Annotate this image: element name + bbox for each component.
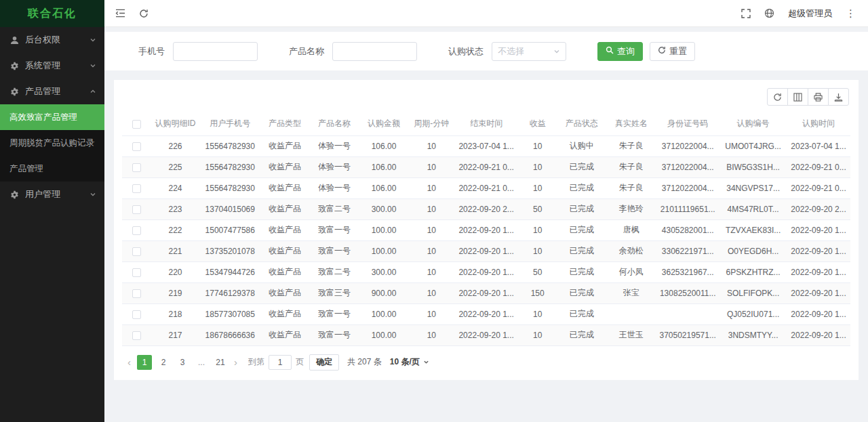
page-button[interactable]: 3: [175, 355, 190, 370]
table-cell: 300.00: [359, 261, 409, 282]
export-download-icon[interactable]: [828, 88, 849, 106]
sidebar: 联合石化 后台权限系统管理产品管理高效致富产品管理周期脱贫产品认购记录产品管理用…: [0, 0, 104, 422]
table-cell: 10: [408, 135, 454, 156]
gear-icon: [9, 190, 20, 199]
table-cell: 4305282001...: [656, 219, 719, 240]
current-user[interactable]: 超级管理员: [788, 7, 832, 20]
reset-button[interactable]: 重置: [650, 42, 695, 61]
table-cell: 225: [151, 156, 200, 177]
query-button-label: 查询: [617, 45, 635, 58]
table-cell: 2022-09-20 1...: [787, 282, 850, 303]
phone-input[interactable]: [173, 42, 258, 61]
page-button[interactable]: 21: [213, 355, 228, 370]
table-cell: 2023-07-04 1...: [787, 135, 850, 156]
language-globe-icon[interactable]: [764, 8, 774, 18]
prev-page-button[interactable]: ‹: [123, 357, 135, 367]
collapse-menu-icon[interactable]: [115, 9, 125, 18]
table-cell: 300.00: [359, 198, 409, 219]
table-cell: 2022-09-21 0...: [454, 177, 518, 198]
page-button[interactable]: 1: [137, 355, 152, 370]
row-checkbox[interactable]: [132, 205, 141, 214]
table-cell: 17746129378: [200, 282, 260, 303]
row-checkbox[interactable]: [132, 289, 141, 298]
table-row: 21718678666636收益产品致富一号100.00102022-09-20…: [122, 324, 850, 345]
row-checkbox[interactable]: [132, 247, 141, 256]
user-icon: [9, 36, 20, 45]
sidebar-item[interactable]: 产品管理: [0, 79, 104, 104]
row-checkbox[interactable]: [132, 268, 141, 277]
row-checkbox[interactable]: [132, 142, 141, 151]
table-cell: 50: [518, 198, 557, 219]
table-cell: 2022-09-20 2...: [787, 198, 850, 219]
status-field: 认购状态 不选择: [448, 42, 566, 61]
table-cell: 已完成: [557, 303, 606, 324]
table-cell: 认购中: [557, 135, 606, 156]
table-cell: 3625321967...: [656, 261, 719, 282]
search-icon: [606, 46, 614, 56]
page-button[interactable]: 2: [156, 355, 171, 370]
page-word: 页: [296, 356, 304, 368]
row-checkbox[interactable]: [132, 310, 141, 319]
column-header: 认购时间: [787, 112, 850, 135]
table-row: 21818577307085收益产品致富一号100.00102022-09-20…: [122, 303, 850, 324]
sidebar-subitem[interactable]: 周期脱贫产品认购记录: [0, 130, 104, 156]
refresh-icon[interactable]: [139, 9, 149, 18]
page-size-select[interactable]: 10 条/页: [390, 356, 429, 368]
topbar-left: [115, 9, 149, 18]
page-jump-input[interactable]: [269, 355, 292, 370]
reset-icon: [658, 46, 666, 56]
search-panel: 手机号 产品名称 认购状态 不选择: [104, 32, 868, 70]
table-cell: 已完成: [557, 177, 606, 198]
table-cell: 6PSKZHTRZ...: [719, 261, 787, 282]
sidebar-item[interactable]: 系统管理: [0, 53, 104, 79]
status-select[interactable]: 不选择: [492, 42, 566, 61]
table-cell: 余劲松: [606, 240, 656, 261]
column-header: 产品状态: [557, 112, 606, 135]
topbar: 超级管理员 ⋮: [104, 0, 868, 27]
table-header-row: 认购明细ID用户手机号产品类型产品名称认购金额周期-分钟结束时间收益产品状态真实…: [122, 112, 850, 135]
sidebar-subitem[interactable]: 产品管理: [0, 156, 104, 182]
table-row: 22615564782930收益产品体验一号106.00102023-07-04…: [122, 135, 850, 156]
select-all-checkbox[interactable]: [132, 120, 141, 129]
table-cell: 2022-09-20 1...: [787, 324, 850, 345]
table-cell: [656, 303, 719, 324]
table-refresh-icon[interactable]: [767, 88, 788, 106]
column-settings-icon[interactable]: [787, 88, 808, 106]
table-cell: 收益产品: [260, 303, 310, 324]
table-cell: 致富一号: [310, 240, 359, 261]
table-row: 22215007477586收益产品致富一号100.00102022-09-20…: [122, 219, 850, 240]
table-cell: 219: [151, 282, 200, 303]
fullscreen-icon[interactable]: [741, 9, 751, 18]
table-cell: 13082520011...: [656, 282, 719, 303]
column-header: 认购金额: [359, 112, 409, 135]
table-cell: 10: [518, 324, 557, 345]
page-content: 手机号 产品名称 认购状态 不选择: [104, 27, 868, 422]
table-cell: [606, 303, 656, 324]
query-button[interactable]: 查询: [597, 42, 643, 61]
status-select-placeholder: 不选择: [498, 45, 524, 58]
table-cell: 3NDSMTYY...: [719, 324, 787, 345]
sidebar-item[interactable]: 后台权限: [0, 27, 104, 53]
sidebar-submenu: 高效致富产品管理周期脱贫产品认购记录产品管理: [0, 104, 104, 182]
table-cell: 2022-09-20 1...: [787, 240, 850, 261]
column-header: 产品名称: [310, 112, 359, 135]
sidebar-item[interactable]: 用户管理: [0, 182, 104, 207]
confirm-page-button[interactable]: 确定: [309, 354, 339, 371]
table-cell: 收益产品: [260, 282, 310, 303]
sidebar-subitem[interactable]: 高效致富产品管理: [0, 104, 104, 130]
sidebar-item-label: 后台权限: [25, 34, 84, 46]
row-checkbox[interactable]: [132, 331, 141, 340]
row-checkbox[interactable]: [132, 226, 141, 235]
table-row: 22313704015069收益产品致富二号300.00102022-09-20…: [122, 198, 850, 219]
row-checkbox[interactable]: [132, 184, 141, 193]
pagination: ‹ 123...21 › 到第 页 确定 共 207 条 10 条/页: [122, 346, 850, 375]
row-checkbox[interactable]: [132, 163, 141, 172]
next-page-button[interactable]: ›: [230, 357, 241, 367]
table-cell: 3712022004...: [656, 177, 719, 198]
table-row: 22015347944726收益产品致富二号300.00102022-09-20…: [122, 261, 850, 282]
page-size-label: 10 条/页: [390, 356, 420, 368]
print-icon[interactable]: [808, 88, 829, 106]
more-menu-icon[interactable]: ⋮: [846, 7, 856, 20]
table-cell: 已完成: [557, 240, 606, 261]
product-name-input[interactable]: [332, 42, 417, 61]
